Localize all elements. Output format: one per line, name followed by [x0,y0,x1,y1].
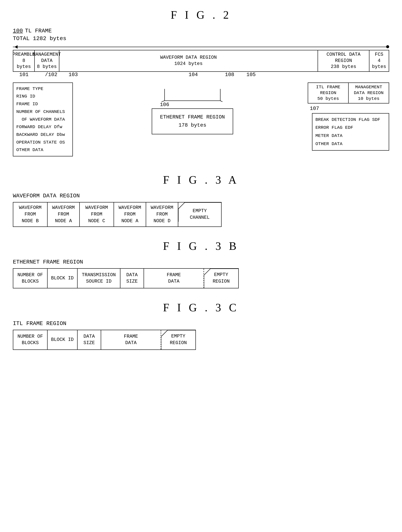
3c-num-blocks: NUMBER OF BLOCKS [13,330,48,349]
frame-labels: 101 /102 103 104 108 105 [13,72,389,82]
detail-section: FRAME TYPE RING ID FRAME ID NUMBER OF CH… [13,82,389,156]
label-104: 104 [189,72,198,77]
cell-fcs: FCS 4 bytes [370,50,389,71]
tl-frame-text: TL FRAME [25,28,52,34]
cell-mgmt-data: MANAGEMENT DATA 8 bytes [35,50,59,71]
label-108: 108 [225,72,234,77]
waveform-node-b: WAVEFORM FROM NODE B [13,203,48,227]
fig3b-title: F I G . 3 B [13,240,389,252]
label-102: /102 [45,72,57,77]
cell-control-data: CONTROL DATA REGION 238 bytes [318,50,370,71]
arrow-line [13,44,389,50]
ethernet-connectors [147,89,255,102]
svg-line-8 [204,269,211,275]
label-105: 105 [246,72,256,77]
label-101: 101 [19,72,28,77]
3b-num-blocks: NUMBER OF BLOCKS [13,269,48,288]
fig3a-section-label: WAVEFORM DATA REGION [13,193,389,199]
waveform-node-c: WAVEFORM FROM NODE C [80,203,114,227]
cell-waveform-data: WAVEFORM DATA REGION 1024 bytes [59,50,318,71]
fig3c-section-label: ITL FRAME REGION [13,320,389,327]
ethernet-detail-box: ETHERNET FRAME REGION 178 bytes [152,108,233,134]
fig3a-table: WAVEFORM FROM NODE B WAVEFORM FROM NODE … [13,202,222,227]
3c-data-size: DATA SIZE [77,330,101,349]
fig3c: F I G . 3 C ITL FRAME REGION NUMBER OF B… [13,301,389,350]
fig3b: F I G . 3 B ETHERNET FRAME REGION NUMBER… [13,240,389,288]
fig3c-title: F I G . 3 C [13,301,389,314]
3b-frame-data: FRAME DATA [144,269,204,288]
tl-frame-number: 100 [13,28,23,34]
fig3b-table: NUMBER OF BLOCKS BLOCK ID TRANSMISSION S… [13,268,239,288]
waveform-node-a2: WAVEFORM FROM NODE A [114,203,146,227]
mgmt-data-region-cell: MANAGEMENT DATA REGION 10 bytes [349,83,389,103]
waveform-node-a1: WAVEFORM FROM NODE A [48,203,80,227]
fig3c-table: NUMBER OF BLOCKS BLOCK ID DATA SIZE FRAM… [13,330,196,350]
3b-empty-region: EMPTY REGION [204,269,238,288]
label-106: 106 [160,102,169,108]
empty-channel-cell: EMPTY CHANNEL [178,203,221,227]
mgmt-detail-box: FRAME TYPE RING ID FRAME ID NUMBER OF CH… [13,82,77,156]
label-103: 103 [69,72,78,77]
label-107: 107 [310,106,389,111]
fig3a-title: F I G . 3 A [13,174,389,186]
svg-line-4 [220,101,231,102]
fig3b-section-label: ETHERNET FRAME REGION [13,259,389,265]
3b-data-size: DATA SIZE [121,269,144,288]
cell-preamble: PREAMBLE 8 bytes [13,50,35,71]
tl-frame-total: TOTAL 1282 bytes [13,35,389,42]
itl-detail-box: BREAK DETECTION FLAG SDF ERROR FLAG EDF … [312,113,389,151]
3c-block-id: BLOCK ID [48,330,77,349]
control-detail: ITL FRAME REGION 50 bytes MANAGEMENT DAT… [308,82,389,151]
fig2: F I G . 2 100 TL FRAME TOTAL 1282 bytes … [13,9,389,156]
fig3a: F I G . 3 A WAVEFORM DATA REGION WAVEFOR… [13,174,389,227]
waveform-node-d: WAVEFORM FROM NODE D [146,203,178,227]
main-frame-row: PREAMBLE 8 bytes MANAGEMENT DATA 8 bytes… [13,50,389,72]
3b-block-id: BLOCK ID [48,269,77,288]
3c-frame-data: FRAME DATA [101,330,161,349]
svg-line-11 [161,330,168,337]
itl-frame-cell: ITL FRAME REGION 50 bytes [308,83,349,103]
3b-transmission-source: TRANSMISSION SOURCE ID [77,269,121,288]
3c-empty-region: EMPTY REGION [161,330,195,349]
control-sub-frame: ITL FRAME REGION 50 bytes MANAGEMENT DAT… [308,82,389,103]
fig2-title: F I G . 2 [13,9,389,21]
svg-line-5 [178,203,185,209]
ethernet-section: 106 ETHERNET FRAME REGION 178 bytes [77,82,308,134]
